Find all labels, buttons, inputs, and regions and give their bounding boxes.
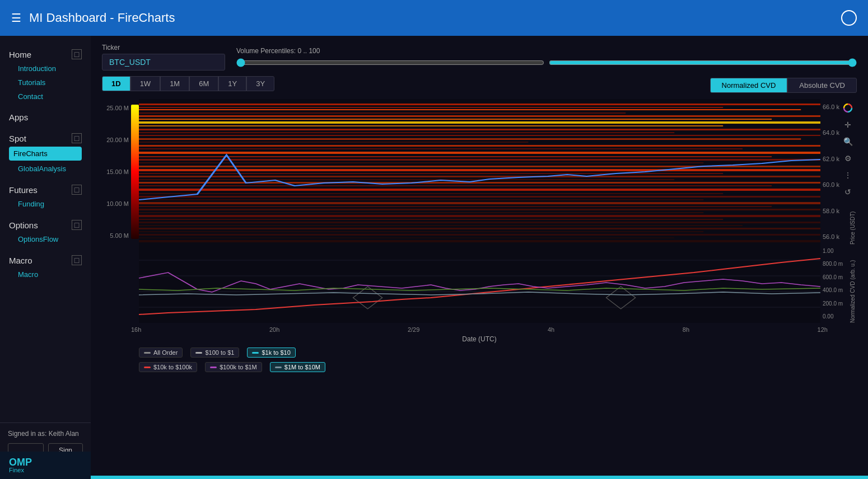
svg-rect-31 bbox=[139, 202, 820, 204]
legend-10k-100k[interactable]: $10k to $100k bbox=[139, 362, 197, 372]
ticker-input[interactable] bbox=[102, 54, 225, 71]
ticker-label: Ticker bbox=[102, 44, 225, 51]
x-date-6: 12h bbox=[818, 326, 828, 333]
color-wheel-btn[interactable] bbox=[841, 101, 855, 115]
time-btn-1d[interactable]: 1D bbox=[102, 76, 130, 91]
svg-rect-1 bbox=[139, 104, 820, 105]
svg-rect-2 bbox=[139, 107, 723, 108]
svg-rect-21 bbox=[139, 169, 820, 171]
macro-label: Macro bbox=[9, 256, 32, 265]
svg-rect-25 bbox=[139, 182, 820, 184]
legend-100-to-1[interactable]: $100 to $1 bbox=[190, 347, 239, 358]
time-btn-6m[interactable]: 6M bbox=[189, 76, 218, 91]
svg-rect-42 bbox=[139, 237, 674, 238]
volume-label: Volume Percentiles: 0 .. 100 bbox=[236, 47, 857, 55]
spot-label: Spot bbox=[9, 134, 26, 143]
y-vol-3: 15.00 M bbox=[104, 168, 129, 175]
svg-rect-13 bbox=[139, 142, 528, 143]
zoom-in-btn[interactable]: 🔍 bbox=[841, 135, 855, 148]
svg-rect-44 bbox=[139, 245, 820, 323]
cvd-r-3: 600.0 m bbox=[823, 274, 846, 280]
sidebar-macro-section: Macro □ Macro bbox=[0, 248, 91, 284]
controls-row: Ticker Volume Percentiles: 0 .. 100 bbox=[102, 44, 857, 71]
legend-dot-10k bbox=[144, 367, 151, 368]
macro-collapse-btn[interactable]: □ bbox=[72, 255, 82, 265]
svg-rect-24 bbox=[139, 179, 674, 180]
signed-in-text: Signed in as: Keith Alan bbox=[8, 430, 83, 438]
cvd-r-1: 1.00 bbox=[823, 248, 846, 254]
cvd-r-2: 800.0 m bbox=[823, 261, 846, 267]
svg-rect-34 bbox=[139, 212, 703, 213]
options-collapse-btn[interactable]: □ bbox=[72, 220, 82, 230]
legend-row-2: $10k to $100k $100k to $1M $1M to $10M bbox=[102, 359, 857, 373]
svg-rect-9 bbox=[139, 129, 820, 130]
legend-all-order[interactable]: All Order bbox=[139, 347, 183, 358]
time-btn-1y[interactable]: 1Y bbox=[218, 76, 246, 91]
omp-footer: OMP Finex bbox=[0, 452, 91, 479]
sidebar-item-firecharts[interactable]: FireCharts bbox=[9, 147, 82, 161]
cvd-btn-normalized[interactable]: Normalized CVD bbox=[710, 78, 788, 93]
y-price-5: 58.0 k bbox=[823, 208, 846, 214]
cvd-r-4: 400.0 m bbox=[823, 287, 846, 293]
sidebar-item-funding[interactable]: Funding bbox=[9, 197, 82, 211]
y-vol-5: 5.00 M bbox=[104, 232, 129, 239]
sidebar-item-globalanalysis[interactable]: GlobalAnalysis bbox=[9, 162, 82, 176]
sidebar-item-tutorials[interactable]: Tutorials bbox=[9, 76, 82, 90]
topbar-circle-icon[interactable] bbox=[841, 10, 857, 26]
chart-container: 25.00 M 20.00 M 15.00 M 10.00 M 5.00 M bbox=[102, 99, 857, 473]
sidebar-item-macro[interactable]: Macro bbox=[9, 267, 82, 281]
svg-rect-8 bbox=[139, 125, 723, 126]
svg-rect-6 bbox=[139, 119, 772, 120]
cvd-buttons: Normalized CVD Absolute CVD bbox=[710, 78, 857, 93]
color-wheel-icon bbox=[843, 103, 853, 113]
legend-label-all: All Order bbox=[153, 349, 178, 356]
cvd-canvas bbox=[139, 245, 820, 323]
cyan-bottom-bar bbox=[91, 476, 868, 479]
x-date-1: 16h bbox=[131, 326, 141, 333]
legend-dot-1k bbox=[252, 352, 259, 354]
options-label: Options bbox=[9, 220, 38, 230]
time-btn-1m[interactable]: 1M bbox=[160, 76, 189, 91]
volume-slider-min[interactable] bbox=[236, 58, 544, 67]
legend-1k-to-10[interactable]: $1k to $10 bbox=[247, 347, 295, 358]
cvd-spacer bbox=[131, 245, 139, 323]
omp-logo: OMP Finex bbox=[9, 457, 32, 473]
home-label: Home bbox=[9, 50, 31, 59]
home-collapse-btn[interactable]: □ bbox=[72, 49, 82, 59]
spot-collapse-btn[interactable]: □ bbox=[72, 133, 82, 143]
svg-rect-22 bbox=[139, 173, 723, 174]
time-btn-3y[interactable]: 3Y bbox=[246, 76, 274, 91]
volume-group: Volume Percentiles: 0 .. 100 bbox=[236, 47, 857, 67]
sidebar-item-contact[interactable]: Contact bbox=[9, 90, 82, 104]
svg-rect-4 bbox=[139, 112, 626, 114]
settings-btn[interactable]: ⚙ bbox=[841, 152, 855, 165]
futures-collapse-btn[interactable]: □ bbox=[72, 185, 82, 195]
reset-btn[interactable]: ↺ bbox=[841, 185, 855, 199]
pan-tool-btn[interactable]: ✛ bbox=[841, 118, 855, 132]
x-date-2: 20h bbox=[269, 326, 279, 333]
omp-logo-main: OMP bbox=[9, 457, 32, 467]
cvd-btn-absolute[interactable]: Absolute CVD bbox=[787, 78, 857, 93]
svg-rect-7 bbox=[139, 121, 820, 124]
sidebar-spot-header: Spot □ bbox=[9, 131, 82, 145]
svg-rect-3 bbox=[139, 109, 801, 110]
legend-1m-10m[interactable]: $1M to $10M bbox=[270, 362, 325, 372]
legend-row-1: All Order $100 to $1 $1k to $10 bbox=[102, 344, 857, 359]
svg-rect-28 bbox=[139, 193, 723, 194]
sidebar-item-optionsflow[interactable]: OptionsFlow bbox=[9, 232, 82, 246]
y-axis-cvd-right-wrap: 1.00 800.0 m 600.0 m 400.0 m 200.0 m 0.0… bbox=[820, 245, 848, 323]
content-area: Ticker Volume Percentiles: 0 .. 100 1D 1… bbox=[91, 36, 868, 479]
y-vol-1: 25.00 M bbox=[104, 105, 129, 111]
y-vol-4: 10.00 M bbox=[104, 200, 129, 207]
sidebar-item-introduction[interactable]: Introduction bbox=[9, 62, 82, 76]
volume-slider-max[interactable] bbox=[549, 58, 857, 67]
svg-rect-38 bbox=[139, 225, 743, 226]
menu-icon[interactable]: ☰ bbox=[11, 11, 21, 25]
svg-rect-14 bbox=[139, 145, 820, 147]
more-btn[interactable]: ⋮ bbox=[841, 168, 855, 182]
main-chart: 25.00 M 20.00 M 15.00 M 10.00 M 5.00 M bbox=[102, 99, 857, 245]
time-btn-1w[interactable]: 1W bbox=[130, 76, 161, 91]
legend-100k-1m[interactable]: $100k to $1M bbox=[205, 362, 262, 372]
futures-label: Futures bbox=[9, 185, 38, 195]
topbar-title: MI Dashboard - FireCharts bbox=[29, 11, 175, 25]
